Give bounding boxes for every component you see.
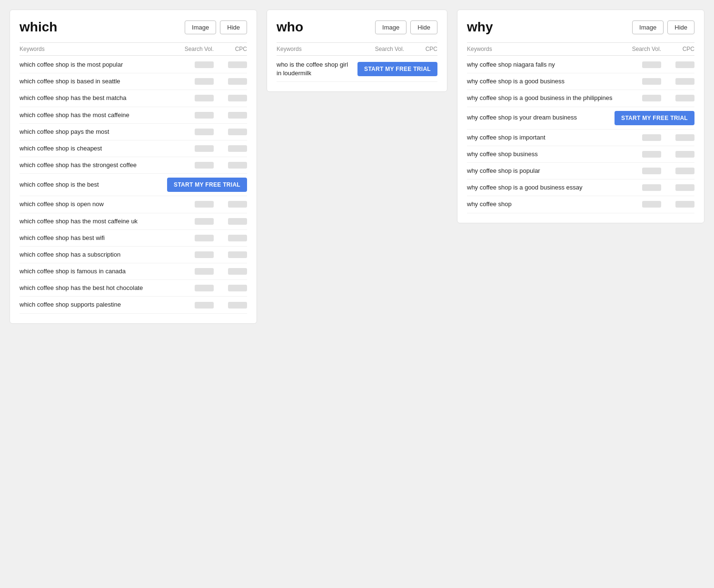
search-vol-pill — [195, 162, 214, 169]
keyword-text: which coffee shop has the strongest coff… — [20, 161, 180, 169]
search-vol-pill — [195, 201, 214, 208]
keyword-text: why coffee shop is a good business in th… — [467, 94, 628, 102]
cpc-cell — [218, 251, 247, 258]
search-vol-pill — [195, 218, 214, 225]
cpc-pill — [228, 218, 247, 225]
panel-why: whyImageHideKeywordsSearch Vol.CPCwhy co… — [457, 10, 704, 223]
search-vol-cell — [180, 302, 218, 309]
search-vol-pill — [195, 112, 214, 119]
search-vol-pill — [195, 251, 214, 258]
keyword-text: why coffee shop — [467, 200, 628, 209]
cpc-cell — [218, 145, 247, 152]
col-header-keywords: Keywords — [467, 46, 628, 52]
panel-which-image-button[interactable]: Image — [185, 20, 216, 34]
cpc-cell — [666, 78, 694, 85]
panel-who-table-header: KeywordsSearch Vol.CPC — [277, 42, 437, 56]
table-row: which coffee shop has a subscription — [20, 247, 247, 263]
keyword-text: which coffee shop is cheapest — [20, 144, 180, 153]
search-vol-cell — [180, 285, 218, 291]
panel-why-hide-button[interactable]: Hide — [667, 20, 694, 34]
panel-who-hide-button[interactable]: Hide — [410, 20, 437, 34]
cpc-cell — [218, 61, 247, 68]
search-vol-cell — [180, 162, 218, 169]
search-vol-pill — [195, 78, 214, 85]
panel-which-table-header: KeywordsSearch Vol.CPC — [20, 42, 247, 56]
cpc-pill — [228, 302, 247, 309]
cpc-pill — [675, 78, 694, 85]
cpc-pill — [675, 61, 694, 68]
cpc-pill — [228, 235, 247, 241]
search-vol-pill — [642, 151, 661, 158]
search-vol-cell — [180, 201, 218, 208]
table-row: why coffee shop is important — [467, 130, 694, 146]
cpc-cell — [666, 151, 694, 158]
table-row: which coffee shop has best wifi — [20, 230, 247, 247]
panel-which-hide-button[interactable]: Hide — [220, 20, 247, 34]
table-row: which coffee shop pays the most — [20, 124, 247, 140]
cpc-pill — [228, 201, 247, 208]
search-vol-pill — [195, 61, 214, 68]
keyword-text: which coffee shop is the best — [20, 180, 167, 189]
table-row: why coffee shop is popular — [467, 163, 694, 179]
cpc-cell — [218, 201, 247, 208]
table-row: why coffee shop niagara falls ny — [467, 57, 694, 73]
cpc-cell — [218, 78, 247, 85]
keyword-text: which coffee shop is open now — [20, 200, 180, 209]
col-header-search-vol: Search Vol. — [180, 46, 218, 52]
table-row: why coffee shop — [467, 196, 694, 213]
search-vol-cell — [180, 145, 218, 152]
panels-container: whichImageHideKeywordsSearch Vol.CPCwhic… — [10, 10, 704, 324]
keyword-text: which coffee shop has best wifi — [20, 234, 180, 242]
panel-which-title: which — [20, 20, 57, 35]
panel-who: whoImageHideKeywordsSearch Vol.CPCwho is… — [267, 10, 447, 92]
keyword-text: why coffee shop is important — [467, 133, 628, 142]
trial-button-which-7[interactable]: START MY FREE TRIAL — [167, 178, 247, 192]
search-vol-pill — [195, 235, 214, 241]
keyword-text: which coffee shop has a subscription — [20, 250, 180, 259]
search-vol-cell — [628, 61, 666, 68]
cpc-pill — [675, 134, 694, 141]
table-row: which coffee shop is open now — [20, 196, 247, 213]
cpc-pill — [228, 95, 247, 101]
keyword-text: why coffee shop is popular — [467, 167, 628, 175]
cpc-cell — [218, 162, 247, 169]
search-vol-cell — [628, 95, 666, 101]
search-vol-cell — [180, 129, 218, 135]
panel-why-header: whyImageHide — [467, 20, 694, 35]
search-vol-cell — [180, 235, 218, 241]
search-vol-pill — [642, 61, 661, 68]
search-vol-cell — [628, 134, 666, 141]
table-row: why coffee shop is your dream businessST… — [467, 107, 694, 130]
search-vol-pill — [642, 95, 661, 101]
cpc-cell — [666, 134, 694, 141]
keyword-text: which coffee shop has the best matcha — [20, 94, 180, 102]
cpc-cell — [666, 201, 694, 208]
search-vol-pill — [195, 285, 214, 291]
trial-button-who-0[interactable]: START MY FREE TRIAL — [357, 62, 437, 76]
panel-who-title: who — [277, 20, 303, 35]
table-row: why coffee shop is a good business — [467, 73, 694, 90]
panel-who-buttons: ImageHide — [375, 20, 437, 34]
search-vol-pill — [642, 184, 661, 191]
table-row: which coffee shop has the most caffeine — [20, 107, 247, 124]
col-header-keywords: Keywords — [20, 46, 180, 52]
keyword-text: which coffee shop is famous in canada — [20, 267, 180, 276]
cpc-pill — [228, 61, 247, 68]
panel-why-image-button[interactable]: Image — [632, 20, 664, 34]
cpc-cell — [666, 61, 694, 68]
table-row: why coffee shop business — [467, 146, 694, 163]
col-header-cpc: CPC — [218, 46, 247, 52]
panel-which-buttons: ImageHide — [185, 20, 247, 34]
keyword-text: why coffee shop niagara falls ny — [467, 60, 628, 69]
panel-why-table-header: KeywordsSearch Vol.CPC — [467, 42, 694, 56]
trial-button-why-3[interactable]: START MY FREE TRIAL — [615, 111, 694, 125]
keyword-text: why coffee shop is a good business — [467, 77, 628, 86]
search-vol-pill — [642, 134, 661, 141]
table-row: which coffee shop is famous in canada — [20, 263, 247, 280]
cpc-pill — [675, 95, 694, 101]
table-row: which coffee shop has the strongest coff… — [20, 157, 247, 174]
search-vol-pill — [195, 145, 214, 152]
search-vol-pill — [195, 129, 214, 135]
panel-who-image-button[interactable]: Image — [375, 20, 407, 34]
cpc-cell — [218, 218, 247, 225]
